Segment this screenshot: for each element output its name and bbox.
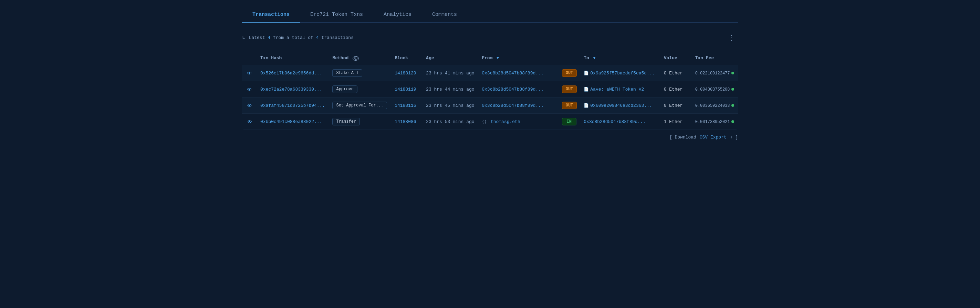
age-cell: 23 hrs 53 mins ago <box>423 114 478 130</box>
txn-hash-link[interactable]: 0xec72a2e78a68339330... <box>260 87 322 92</box>
from-address-link[interactable]: 0x3c8b28d5047b88f89d... <box>482 71 543 76</box>
summary-text: ⇅ Latest 4 from a total of 4 transaction… <box>242 35 354 40</box>
fee-value: 0.004303755208 <box>695 87 730 92</box>
eye-button[interactable]: 👁 <box>245 86 253 93</box>
col-value: Value <box>660 51 692 65</box>
block-link[interactable]: 14188119 <box>395 87 416 92</box>
age-cell: 23 hrs 44 mins ago <box>423 81 478 97</box>
fee-value: 0.003659224033 <box>695 103 730 108</box>
direction-badge: IN <box>562 118 576 125</box>
fee-cell: 0.003659224033 <box>692 97 738 114</box>
direction-cell: IN <box>558 114 581 130</box>
sort-icon: ⇅ <box>242 35 245 40</box>
to-address-link[interactable]: 0x3c8b28d5047b88f89d... <box>584 119 645 124</box>
footer-bar: [ Download CSV Export ⬇ ] <box>242 130 738 142</box>
to-address-link[interactable]: 0x9a925f57bacdef5ca5d... <box>590 71 655 76</box>
col-to: To ▼ <box>580 51 660 65</box>
block-link[interactable]: 14188129 <box>395 71 416 76</box>
txn-hash-link[interactable]: 0xafaf45871d0725b7b94... <box>260 103 325 108</box>
from-code-icon: ⟨⟩ <box>482 120 489 124</box>
tab-transactions[interactable]: Transactions <box>242 7 300 23</box>
table-row: 👁0x526c17b06a2e9656dd...Stake All1418812… <box>242 65 738 81</box>
age-cell: 23 hrs 45 mins ago <box>423 97 478 114</box>
to-cell: 0x3c8b28d5047b88f89d... <box>580 114 660 130</box>
from-address-link[interactable]: 0x3c8b28d5047b88f89d... <box>482 103 543 108</box>
to-address-link[interactable]: Aave: aWETH Token V2 <box>590 87 644 92</box>
to-cell: 📄0x609e209846e3cd2363... <box>580 97 660 114</box>
tab-analytics[interactable]: Analytics <box>373 7 422 23</box>
summary-bar: ⇅ Latest 4 from a total of 4 transaction… <box>242 29 738 46</box>
status-dot <box>731 88 734 91</box>
table-row: 👁0xec72a2e78a68339330...Approve141881192… <box>242 81 738 97</box>
col-block: Block <box>391 51 423 65</box>
to-cell: 📄Aave: aWETH Token V2 <box>580 81 660 97</box>
from-address-link[interactable]: 0x3c8b28d5047b88f89d... <box>482 87 543 92</box>
txn-hash-link[interactable]: 0x526c17b06a2e9656dd... <box>260 71 322 76</box>
to-doc-icon: 📄 <box>584 103 589 108</box>
to-address-link[interactable]: 0x609e209846e3cd2363... <box>590 103 652 108</box>
block-cell: 14188086 <box>391 114 423 130</box>
from-cell: 0x3c8b28d5047b88f89d... <box>478 81 558 97</box>
tab-erc721[interactable]: Erc721 Token Txns <box>300 7 373 23</box>
fee-value: 0.001738952021 <box>695 120 730 124</box>
more-button[interactable]: ⋮ <box>725 32 738 43</box>
col-age: Age <box>423 51 478 65</box>
from-filter-icon[interactable]: ▼ <box>496 56 499 60</box>
direction-cell: OUT <box>558 81 581 97</box>
txn-hash-cell: 0x526c17b06a2e9656dd... <box>257 65 329 81</box>
method-cell: Transfer <box>329 114 391 130</box>
method-badge: Approve <box>332 85 357 93</box>
total-count: 4 <box>316 35 319 40</box>
shown-count: 4 <box>267 35 270 40</box>
fee-cell: 0.022109122477 <box>692 65 738 81</box>
direction-badge: OUT <box>562 69 577 77</box>
to-doc-icon: 📄 <box>584 71 589 76</box>
method-cell: Set Approval For... <box>329 97 391 114</box>
from-cell: 0x3c8b28d5047b88f89d... <box>478 65 558 81</box>
tab-comments[interactable]: Comments <box>422 7 467 23</box>
to-doc-icon: 📄 <box>584 87 589 92</box>
eye-cell: 👁 <box>242 114 257 130</box>
tab-bar: Transactions Erc721 Token Txns Analytics… <box>242 7 738 23</box>
col-txn-hash: Txn Hash <box>257 51 329 65</box>
download-icon: ⬇ <box>730 135 733 140</box>
csv-export-link[interactable]: CSV Export <box>700 135 727 140</box>
direction-badge: OUT <box>562 102 577 109</box>
from-address-link[interactable]: thomasg.eth <box>491 119 520 124</box>
col-eye <box>242 51 257 65</box>
fee-cell: 0.001738952021 <box>692 114 738 130</box>
table-body: 👁0x526c17b06a2e9656dd...Stake All1418812… <box>242 65 738 130</box>
eye-cell: 👁 <box>242 97 257 114</box>
transactions-table: Txn Hash Method ⓘ Block Age From ▼ To ▼ <box>242 51 738 130</box>
eye-button[interactable]: 👁 <box>245 118 253 125</box>
table-header: Txn Hash Method ⓘ Block Age From ▼ To ▼ <box>242 51 738 65</box>
age-cell: 23 hrs 41 mins ago <box>423 65 478 81</box>
direction-cell: OUT <box>558 97 581 114</box>
col-method: Method ⓘ <box>329 51 391 65</box>
method-cell: Stake All <box>329 65 391 81</box>
footer-prefix: [ Download <box>670 135 696 140</box>
value-cell: 1 Ether <box>660 114 692 130</box>
fee-value: 0.022109122477 <box>695 71 730 76</box>
footer-suffix: ] <box>735 135 738 140</box>
value-cell: 0 Ether <box>660 81 692 97</box>
direction-cell: OUT <box>558 65 581 81</box>
method-badge: Transfer <box>332 118 360 125</box>
col-txn-fee: Txn Fee <box>692 51 738 65</box>
txn-hash-cell: 0xec72a2e78a68339330... <box>257 81 329 97</box>
eye-cell: 👁 <box>242 65 257 81</box>
from-cell: 0x3c8b28d5047b88f89d... <box>478 97 558 114</box>
block-link[interactable]: 14188086 <box>395 119 416 124</box>
direction-badge: OUT <box>562 85 577 93</box>
block-cell: 14188119 <box>391 81 423 97</box>
block-cell: 14188129 <box>391 65 423 81</box>
block-link[interactable]: 14188116 <box>395 103 416 108</box>
status-dot <box>731 120 734 123</box>
value-cell: 0 Ether <box>660 65 692 81</box>
eye-button[interactable]: 👁 <box>245 102 253 109</box>
to-filter-icon[interactable]: ▼ <box>593 56 596 60</box>
eye-button[interactable]: 👁 <box>245 70 253 77</box>
txn-hash-link[interactable]: 0xbb0c491c088ea88022... <box>260 119 322 124</box>
txn-hash-cell: 0xafaf45871d0725b7b94... <box>257 97 329 114</box>
method-info-icon[interactable]: ⓘ <box>353 56 359 61</box>
